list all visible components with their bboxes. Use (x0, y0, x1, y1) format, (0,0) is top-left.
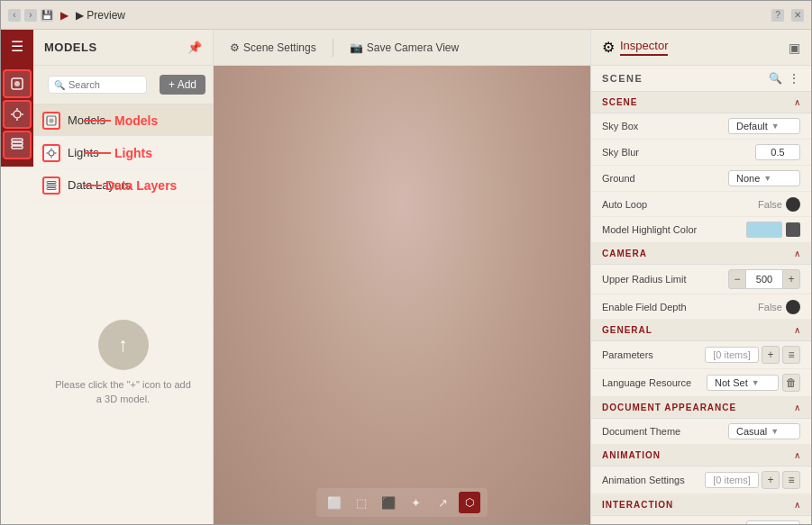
document-theme-arrow: ▼ (771, 427, 779, 436)
animation-settings-menu-btn[interactable]: ≡ (782, 471, 800, 489)
viewport-gradient (214, 66, 590, 524)
upper-radius-minus[interactable]: − (728, 269, 746, 289)
sky-box-arrow: ▼ (771, 122, 780, 131)
lights-tab-label: Lights (68, 146, 99, 159)
sidebar-tab-models[interactable]: Models Models (33, 104, 213, 137)
language-resource-delete-btn[interactable]: 🗑 (782, 374, 800, 392)
scene-collapse-icon[interactable]: ∧ (794, 97, 800, 107)
scene-tab-label: SCENE (602, 73, 643, 84)
viewport-btn-5[interactable]: ↗ (432, 492, 453, 513)
settings-icon: ⚙ (230, 41, 240, 54)
models-tab-icon (42, 112, 60, 130)
upper-radius-plus[interactable]: + (782, 269, 800, 289)
animation-collapse-icon[interactable]: ∧ (794, 450, 800, 460)
general-collapse-icon[interactable]: ∧ (794, 325, 800, 335)
viewport-btn-3[interactable]: ⬛ (378, 492, 399, 513)
pin-icon[interactable]: 📌 (187, 41, 202, 54)
prop-sky-blur: Sky Blur 0.5 (591, 140, 811, 166)
viewport-btn-4[interactable]: ✦ (405, 492, 426, 513)
panel-sidebar: MODELS 📌 🔍 + Add (33, 30, 214, 524)
lights-tab-icon (42, 144, 60, 162)
empty-state-text: Please click the "+" icon to add a 3D mo… (51, 377, 195, 407)
dynamic-script-control: [0 items] (746, 520, 800, 524)
camera-section-title: CAMERA (602, 249, 647, 258)
data-layers-icon-button[interactable] (3, 131, 32, 159)
add-button[interactable]: + Add (160, 75, 205, 95)
interaction-section-title: INTERACTION (602, 500, 673, 510)
hamburger-icon: ☰ (11, 38, 23, 55)
color-swatch[interactable] (746, 222, 782, 238)
viewport-btn-active[interactable]: ⬡ (459, 492, 480, 513)
save-camera-label: Save Camera View (367, 41, 460, 54)
prop-sky-box: Sky Box Default ▼ (591, 113, 811, 140)
inspector-more-icon[interactable]: ⋮ (788, 71, 800, 86)
prop-dynamic-script: Dynamic Script [0 items] (591, 516, 811, 524)
prop-language-resource: Language Resource Not Set ▼ 🗑 (591, 369, 811, 397)
panel-header: MODELS 📌 (33, 30, 213, 66)
save-button[interactable]: 💾 (41, 9, 53, 22)
sky-box-dropdown[interactable]: Default ▼ (728, 118, 800, 134)
search-input[interactable] (68, 79, 132, 90)
document-appearance-collapse-icon[interactable]: ∧ (794, 403, 800, 412)
help-button[interactable]: ? (771, 9, 784, 22)
sky-blur-label: Sky Blur (602, 147, 755, 158)
inspector-sidebar-toggle[interactable]: ▣ (789, 41, 800, 55)
interaction-section-header: INTERACTION ∧ (591, 494, 811, 516)
upload-circle: ↑ (98, 320, 149, 370)
models-annotation: Models (114, 113, 158, 128)
forward-button[interactable]: › (24, 9, 37, 22)
auto-loop-label: Auto Loop (602, 199, 758, 210)
prop-upper-radius-limit: Upper Radius Limit − 500 + (591, 265, 811, 294)
model-highlight-color-control (746, 222, 800, 238)
prop-auto-loop: Auto Loop False (591, 192, 811, 217)
menu-icon-button[interactable]: ☰ (1, 30, 33, 62)
camera-collapse-icon[interactable]: ∧ (794, 249, 800, 258)
prop-enable-field-depth: Enable Field Depth False (591, 294, 811, 320)
sidebar-tab-data-layers[interactable]: Data Layers Data Layers (33, 169, 213, 202)
save-camera-button[interactable]: 📷 Save Camera View (342, 38, 467, 58)
svg-point-1 (14, 81, 20, 86)
svg-point-2 (14, 111, 21, 118)
scene-settings-button[interactable]: ⚙ Scene Settings (223, 38, 324, 58)
svg-rect-17 (47, 187, 56, 189)
sidebar-tab-lights[interactable]: Lights Lights (33, 137, 213, 169)
animation-settings-control: [0 items] + ≡ (705, 471, 800, 489)
inspector-header: ⚙ Inspector ▣ (591, 30, 811, 66)
document-theme-dropdown[interactable]: Casual ▼ (728, 423, 800, 439)
language-resource-value: Not Set (715, 377, 748, 388)
interaction-collapse-icon[interactable]: ∧ (794, 500, 800, 510)
inspector-title[interactable]: Inspector (620, 39, 668, 56)
play-icon: ▶ (60, 9, 68, 22)
viewport-btn-1[interactable]: ⬜ (324, 492, 345, 513)
animation-settings-add-btn[interactable]: + (762, 471, 780, 489)
lights-icon-button[interactable] (3, 100, 32, 129)
ground-arrow: ▼ (763, 174, 771, 183)
animation-section-header: ANIMATION ∧ (591, 445, 811, 466)
inspector-search-icon[interactable]: 🔍 (769, 72, 782, 85)
search-icon: 🔍 (54, 80, 65, 90)
models-icon-button[interactable] (3, 69, 32, 98)
prop-model-highlight-color: Model Highlight Color (591, 217, 811, 243)
language-resource-arrow: ▼ (752, 378, 760, 387)
viewport-btn-2[interactable]: ⬚ (351, 492, 372, 513)
prop-ground: Ground None ▼ (591, 166, 811, 192)
sky-box-value: Default (736, 121, 768, 131)
back-button[interactable]: ‹ (8, 9, 21, 22)
inspector-panel: ⚙ Inspector ▣ SCENE 🔍 ⋮ SCENE ∧ (590, 30, 811, 524)
ground-dropdown[interactable]: None ▼ (728, 170, 800, 186)
parameters-menu-btn[interactable]: ≡ (782, 346, 800, 364)
dynamic-script-label: Dynamic Script (602, 523, 746, 524)
search-bar[interactable]: 🔍 (48, 76, 147, 94)
parameters-value: [0 items] (705, 347, 759, 363)
prop-document-theme: Document Theme Casual ▼ (591, 419, 811, 445)
svg-rect-9 (12, 139, 23, 141)
close-button[interactable]: ✕ (791, 9, 804, 22)
language-resource-dropdown[interactable]: Not Set ▼ (707, 375, 779, 391)
language-resource-label: Language Resource (602, 377, 707, 388)
upper-radius-value: 500 (746, 269, 782, 289)
color-square[interactable] (786, 222, 800, 237)
sky-blur-value[interactable]: 0.5 (755, 144, 800, 160)
enable-field-depth-toggle[interactable] (786, 300, 800, 314)
auto-loop-toggle[interactable] (786, 197, 800, 212)
parameters-add-btn[interactable]: + (762, 346, 780, 364)
